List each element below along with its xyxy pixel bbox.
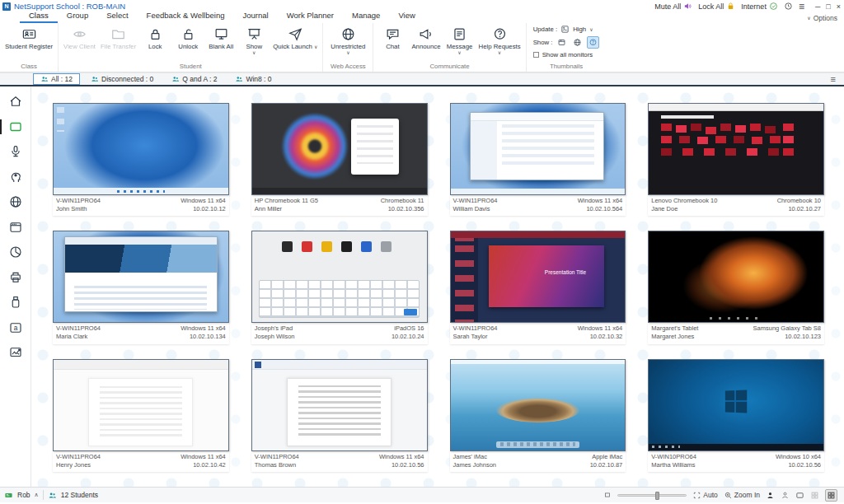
clock-icon[interactable] (784, 2, 793, 11)
thumbnail-size-slider[interactable] (617, 494, 687, 497)
screen-art (470, 112, 604, 181)
sidebar-item-home[interactable] (6, 92, 26, 110)
ribbon-group-web-access: Unrestricted ∨ Web Access (323, 23, 373, 72)
menu-tab-select[interactable]: Select (97, 11, 137, 23)
screen-art (496, 398, 580, 423)
unrestricted-button[interactable]: Unrestricted ∨ (326, 24, 370, 55)
close-button[interactable]: × (837, 2, 841, 11)
student-screen (251, 359, 428, 451)
student-thumbnail[interactable]: Presentation Title V-WIN11PRO64Windows 1… (450, 231, 626, 343)
filter-tabs: All : 12Disconnected : 0Q and A : 2Win8 … (33, 73, 279, 85)
student-thumbnail[interactable]: Joseph's iPadiPadOS 16 Joseph Wilson10.0… (251, 231, 428, 343)
menu-tab-manage[interactable]: Manage (343, 11, 389, 23)
student-thumbnail[interactable]: Lenovo Chromebook 10Chromebook 10 Jane D… (648, 103, 824, 216)
sidebar-item-typing[interactable] (6, 319, 26, 337)
filter-tab-q-and-a-2[interactable]: Q and A : 2 (164, 73, 224, 85)
sidebar-item-print[interactable] (6, 268, 26, 287)
student-screen (450, 103, 626, 195)
student-name: John Smith (56, 205, 87, 213)
student-name: Sarah Taylor (453, 333, 488, 341)
sidebar-item-screen-capture[interactable] (6, 343, 26, 362)
ribbon: Student Register Class View Client File … (0, 23, 844, 72)
student-thumbnail[interactable]: V-WIN11PRO64Windows 11 x64 Thomas Brown1… (251, 359, 428, 472)
menu-tab-class[interactable]: Class (20, 11, 58, 23)
user-view-button[interactable] (781, 491, 790, 500)
machine-name: Margaret's Tablet (651, 324, 698, 333)
group-label-class: Class (2, 62, 55, 72)
screen-art (451, 231, 626, 238)
chevron-down-icon[interactable]: ∨ (589, 27, 593, 32)
check-circle-icon (769, 2, 778, 11)
sidebar-item-monitor[interactable] (6, 118, 26, 136)
student-thumbnail[interactable]: V-WIN11PRO64Windows 11 x64 William Davis… (450, 103, 626, 216)
os-name: Windows 11 x64 (181, 324, 225, 333)
student-thumbnail[interactable]: V-WIN11PRO64Windows 11 x64 Henry Jones10… (53, 359, 229, 472)
chevron-down-icon: ∨ (314, 44, 317, 49)
student-label: V-WIN11PRO64Windows 11 x64 Henry Jones10… (53, 451, 229, 472)
os-name: Chromebook 10 (777, 197, 821, 205)
home-icon (8, 94, 23, 109)
zoom-in-button[interactable]: Zoom In (724, 491, 760, 500)
announce-button[interactable]: Announce (409, 24, 443, 50)
student-label: V-WIN11PRO64Windows 11 x64 John Smith10.… (53, 195, 229, 216)
chat-button[interactable]: Chat (376, 24, 409, 50)
unlock-button[interactable]: Unlock (171, 24, 204, 50)
os-name: Apple iMac (592, 453, 622, 461)
student-thumbnail[interactable]: V-WIN10PRO64Windows 10 x64 Martha Willia… (648, 359, 824, 472)
filter-tab-win8-0[interactable]: Win8 : 0 (227, 73, 279, 85)
slider-handle[interactable] (655, 492, 659, 500)
blank-all-button[interactable]: Blank All (204, 24, 237, 50)
student-screen: Presentation Title (450, 231, 626, 323)
screen-art (287, 378, 392, 447)
grid-view-button[interactable] (825, 489, 837, 502)
student-register-button[interactable]: Student Register (2, 24, 55, 50)
options-button[interactable]: ∨ Options (807, 14, 837, 22)
screen-art (282, 241, 293, 252)
filter-tab-all-12[interactable]: All : 12 (33, 73, 80, 85)
ribbon-group-student: View Client File Transfer Lock Unlock Bl… (59, 23, 323, 72)
sidebar-item-web[interactable] (6, 193, 26, 211)
screen-art (649, 444, 823, 450)
menu-tab-feedback-wellbeing[interactable]: Feedback & Wellbeing (138, 11, 234, 23)
student-screen (251, 103, 428, 195)
student-screen (648, 231, 824, 323)
current-user-view-button[interactable] (766, 491, 775, 500)
student-thumbnail[interactable]: James' iMacApple iMac James Johnson10.02… (450, 359, 626, 472)
maximize-button[interactable]: □ (826, 2, 830, 11)
menu-tabs: ClassGroupSelectFeedback & WellbeingJour… (20, 11, 424, 23)
quick-launch-button[interactable]: Quick Launch∨ (270, 24, 320, 50)
message-button[interactable]: Message ∨ (443, 24, 476, 55)
show-help-toggle[interactable] (587, 36, 599, 49)
auto-size-button[interactable]: Auto (692, 491, 718, 500)
menu-tab-group[interactable]: Group (58, 11, 97, 23)
show-all-monitors-option[interactable]: Show all monitors (533, 51, 600, 58)
sidebar-item-applications[interactable] (6, 218, 26, 236)
person-icon (781, 491, 790, 500)
student-thumbnail[interactable]: Margaret's TabletSamsung Galaxy Tab S8 M… (648, 231, 824, 343)
show-button[interactable]: Show ∨ (237, 24, 270, 55)
chevron-up-icon[interactable]: ∧ (35, 492, 39, 498)
monitor-view-button[interactable] (795, 491, 804, 500)
sidebar-item-wellbeing[interactable] (6, 168, 26, 186)
student-thumbnail[interactable]: HP Chromebook 11 G5Chromebook 11 Ann Mil… (251, 103, 428, 216)
show-web-toggle[interactable] (571, 36, 584, 49)
filter-tab-disconnected-0[interactable]: Disconnected : 0 (83, 73, 161, 85)
sidebar-item-devices[interactable] (6, 293, 26, 311)
minimize-button[interactable]: ─ (815, 2, 820, 11)
menu-tab-work-planner[interactable]: Work Planner (278, 11, 343, 23)
sidebar-item-audio[interactable] (6, 142, 26, 161)
internet-status-button[interactable]: Internet (741, 2, 778, 11)
student-thumbnail[interactable]: V-WIN11PRO64Windows 11 x64 John Smith10.… (53, 103, 229, 216)
menu-tab-view[interactable]: View (389, 11, 424, 23)
update-quality-value[interactable]: High (573, 26, 586, 33)
help-requests-button[interactable]: Help Requests ∨ (476, 24, 523, 55)
lock-button[interactable]: Lock (138, 24, 171, 50)
show-all-monitors-checkbox[interactable] (533, 52, 539, 58)
menu-tab-journal[interactable]: Journal (233, 11, 277, 23)
slide-title-text: Presentation Title (545, 269, 598, 276)
show-application-toggle[interactable] (556, 36, 568, 49)
sidebar-item-surveys[interactable] (6, 243, 26, 261)
student-thumbnail[interactable]: V-WIN11PRO64Windows 11 x64 Maria Clark10… (53, 231, 229, 343)
mute-all-button[interactable]: Mute All (654, 2, 692, 11)
lock-all-button[interactable]: Lock All (698, 2, 735, 11)
